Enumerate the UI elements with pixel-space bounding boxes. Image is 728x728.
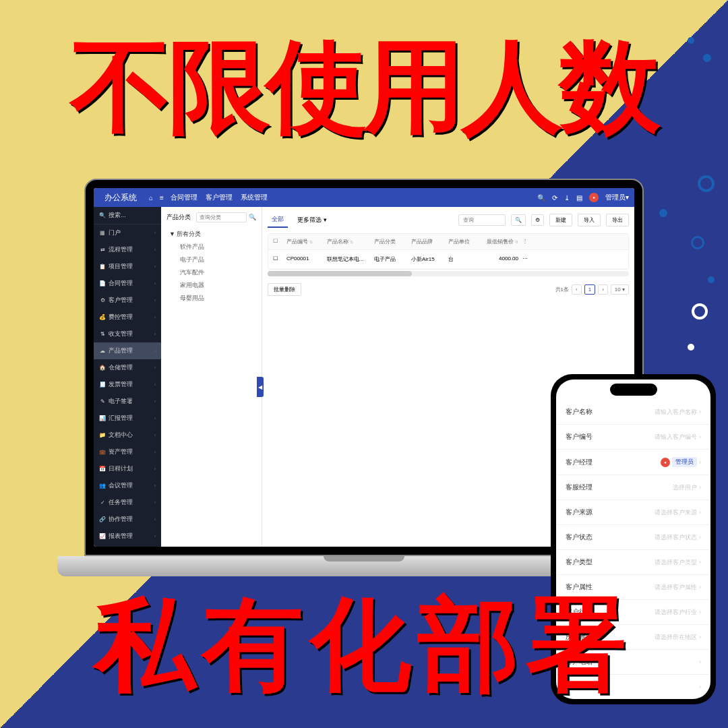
col-unit[interactable]: 产品单位 [446, 238, 480, 245]
tree-item[interactable]: 电子产品 [169, 253, 256, 266]
tree-item[interactable]: 家用电器 [169, 279, 256, 292]
nav-customer[interactable]: 客户管理 [206, 193, 233, 202]
chevron-right-icon: › [154, 332, 156, 336]
sidebar-item-电子签署[interactable]: ✎电子签署› [94, 393, 161, 410]
collapse-handle[interactable]: ◀ [257, 377, 264, 397]
sidebar-item-客户管理[interactable]: ⚙客户管理› [94, 292, 161, 309]
checkbox-all[interactable]: ☐ [271, 238, 284, 245]
horizontal-scrollbar[interactable] [268, 271, 629, 276]
sidebar-item-收支管理[interactable]: ⇅收支管理› [94, 326, 161, 342]
sidebar-item-icon: 💰 [99, 314, 106, 320]
nav-contract[interactable]: 合同管理 [171, 193, 198, 202]
chevron-right-icon: › [154, 517, 156, 522]
decoration-circle [692, 303, 708, 320]
batch-delete-button[interactable]: 批量删除 [268, 283, 301, 296]
sidebar-item-icon: 📄 [99, 280, 106, 286]
main-search-input[interactable] [458, 214, 506, 226]
sidebar-item-label: 项目管理 [109, 262, 154, 271]
pager-prev[interactable]: ‹ [572, 284, 582, 295]
tree-item[interactable]: 母婴用品 [169, 292, 256, 305]
col-brand[interactable]: 产品品牌 [409, 238, 446, 245]
topbar: 办公系统 ⌂ ≡ 合同管理 客户管理 系统管理 🔍 ⟳ ⤓ ▤ ● 管理员▾ [94, 188, 634, 207]
form-label: 客户编号 [566, 432, 593, 442]
form-row-客服经理[interactable]: 客服经理选择用户› [556, 475, 710, 500]
sidebar-item-费控管理[interactable]: 💰费控管理› [94, 309, 161, 326]
avatar-icon: ● [661, 458, 670, 467]
tab-more-filter[interactable]: 更多筛选 ▾ [293, 213, 331, 227]
sidebar-item-门户[interactable]: ▦门户› [94, 224, 161, 241]
user-avatar[interactable]: ● [589, 193, 599, 202]
sidebar-item-任务管理[interactable]: ✓任务管理› [94, 494, 161, 511]
chevron-right-icon: › [154, 450, 156, 454]
headline-bottom: 私有化部署 [0, 578, 728, 715]
chevron-right-icon: › [154, 298, 156, 303]
form-label: 客户名称 [566, 407, 593, 417]
table-row[interactable]: ☐ CP00001 联想笔记本电... 电子产品 小新Air15 台 4000.… [268, 250, 628, 269]
col-code[interactable]: 产品编号⇅ [284, 238, 325, 245]
sidebar-item-仓储管理[interactable]: 🏠仓储管理› [94, 359, 161, 376]
sidebar-item-label: 收支管理 [109, 330, 154, 338]
search-icon[interactable]: 🔍 [249, 214, 256, 220]
form-row-客户名称[interactable]: 客户名称请输入客户名称› [556, 400, 710, 425]
tree-item[interactable]: 软件产品 [169, 241, 256, 253]
nav-system[interactable]: 系统管理 [241, 193, 268, 202]
sidebar-item-label: 文档中心 [109, 431, 154, 439]
home-icon[interactable]: ⌂ [149, 194, 153, 202]
import-button[interactable]: 导入 [578, 214, 601, 226]
form-row-客户编号[interactable]: 客户编号请输入客户编号› [556, 425, 710, 450]
sidebar-item-label: 合同管理 [109, 279, 154, 288]
col-price[interactable]: 最低销售价⇅ [480, 238, 520, 245]
tree-item[interactable]: 汽车配件 [169, 266, 256, 279]
user-name[interactable]: 管理员▾ [605, 193, 629, 202]
sidebar-item-资产管理[interactable]: 💼资产管理› [94, 444, 161, 460]
category-search-input[interactable] [196, 212, 247, 222]
sidebar-item-icon: 📋 [99, 264, 106, 270]
filter-button[interactable]: ⚙ [531, 214, 544, 226]
sidebar-item-label: 客户管理 [109, 296, 154, 305]
chevron-right-icon: › [699, 509, 701, 516]
tree-root[interactable]: ▼ 所有分类 [169, 228, 256, 241]
category-panel: 产品分类 🔍 ▼ 所有分类 软件产品电子产品汽车配件家用电器母婴用品 [161, 207, 262, 547]
sidebar-item-icon: 📊 [99, 415, 106, 421]
new-button[interactable]: 新建 [549, 214, 572, 226]
sidebar-item-报表管理[interactable]: 📈报表管理› [94, 528, 161, 545]
form-row-客户状态[interactable]: 客户状态请选择客户状态› [556, 525, 710, 550]
row-checkbox[interactable]: ☐ [271, 255, 284, 263]
cell-category: 电子产品 [372, 255, 409, 263]
sidebar-item-协作管理[interactable]: 🔗协作管理› [94, 511, 161, 528]
row-actions[interactable]: ⋯ [520, 255, 534, 263]
tab-all[interactable]: 全部 [268, 212, 288, 228]
pager-total: 共1条 [555, 286, 569, 293]
sidebar-item-项目管理[interactable]: 📋项目管理› [94, 258, 161, 275]
pager-page[interactable]: 1 [584, 284, 595, 295]
col-name[interactable]: 产品名称⇅ [325, 238, 372, 245]
sidebar-item-汇报管理[interactable]: 📊汇报管理› [94, 410, 161, 427]
form-row-客户经理[interactable]: 客户经理●管理员› [556, 450, 710, 475]
form-row-客户类型[interactable]: 客户类型请选择客户类型› [556, 550, 710, 575]
sidebar-item-日程计划[interactable]: 📅日程计划› [94, 460, 161, 477]
sidebar-item-发票管理[interactable]: 🧾发票管理› [94, 376, 161, 393]
chevron-right-icon: › [154, 483, 156, 488]
form-row-客户来源[interactable]: 客户来源请选择客户来源› [556, 500, 710, 525]
doc-icon[interactable]: ▤ [576, 194, 582, 202]
sidebar-item-流程管理[interactable]: ⇄流程管理› [94, 241, 161, 258]
search-icon[interactable]: 🔍 [537, 194, 545, 202]
pager-size[interactable]: 10 ▾ [611, 284, 629, 295]
refresh-icon[interactable]: ⟳ [552, 194, 557, 202]
col-category[interactable]: 产品分类 [372, 238, 409, 245]
download-icon[interactable]: ⤓ [564, 194, 570, 202]
sidebar-item-会议管理[interactable]: 👥会议管理› [94, 477, 161, 494]
decoration-circle [688, 344, 694, 351]
form-value: 请输入客户名称 [655, 408, 697, 417]
pager-next[interactable]: › [598, 284, 608, 295]
sidebar-item-产品管理[interactable]: ☁产品管理› [94, 342, 161, 359]
sidebar-item-合同管理[interactable]: 📄合同管理› [94, 275, 161, 292]
sidebar-item-icon: ⇅ [99, 331, 106, 337]
chevron-right-icon: › [154, 433, 156, 437]
export-button[interactable]: 导出 [606, 214, 629, 226]
sidebar-search[interactable]: 搜索... [94, 207, 161, 224]
search-button[interactable]: 🔍 [511, 214, 526, 226]
sidebar-item-文档中心[interactable]: 📁文档中心› [94, 427, 161, 444]
menu-icon[interactable]: ≡ [160, 194, 164, 202]
chevron-right-icon: › [154, 382, 156, 387]
